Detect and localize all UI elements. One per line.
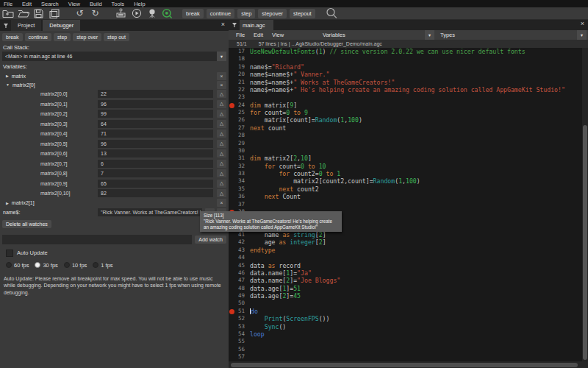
open-project-icon[interactable] xyxy=(15,8,31,19)
code-area[interactable]: 17UseNewDefaultFonts(1) // since version… xyxy=(229,48,588,361)
watch-triangle-icon[interactable]: △ xyxy=(217,180,226,188)
gutter[interactable]: 57 xyxy=(229,353,246,361)
gutter[interactable]: 21 xyxy=(229,79,246,86)
fps-option-1-fps[interactable]: 1 fps xyxy=(93,262,112,269)
code-line[interactable]: 48data.age[1]=51 xyxy=(229,285,588,292)
gutter[interactable]: 43 xyxy=(229,247,246,254)
gutter[interactable]: 28 xyxy=(229,132,246,139)
gutter[interactable]: 19 xyxy=(229,63,246,71)
horizontal-scrollbar-thumb[interactable] xyxy=(231,363,578,367)
gutter[interactable]: 30 xyxy=(229,147,246,155)
gutter[interactable]: 44 xyxy=(229,254,246,261)
radio-selected-icon[interactable] xyxy=(35,262,40,268)
gutter[interactable]: 29 xyxy=(229,140,246,147)
code-line[interactable]: 28 xyxy=(229,132,588,139)
code-line[interactable]: 51do xyxy=(229,308,588,315)
code-line[interactable]: 49data.age[2]=45 xyxy=(229,292,588,300)
auto-update-checkbox[interactable] xyxy=(6,250,13,257)
debug-button-step-over[interactable]: step over xyxy=(73,33,101,41)
close-icon[interactable]: × xyxy=(221,21,225,28)
debug-button-break[interactable]: break xyxy=(2,33,23,41)
chevron-down-icon[interactable]: ▼ xyxy=(217,52,226,61)
code-line[interactable]: 31dim matrix2[2,10] xyxy=(229,155,588,162)
toolbar-button-continue[interactable]: continue xyxy=(207,9,234,18)
variable-value-field[interactable]: 64 xyxy=(98,120,213,128)
code-line[interactable]: 33 for count2=0 to 1 xyxy=(229,170,588,177)
code-line[interactable]: 20name$=name$+" Vanner." xyxy=(229,71,588,78)
breakpoint-icon[interactable] xyxy=(229,309,234,314)
gutter[interactable]: 20 xyxy=(229,71,246,78)
code-line[interactable]: 52 Print(ScreenFPS()) xyxy=(229,315,588,322)
menu-search[interactable]: Search xyxy=(41,1,59,7)
breakpoint-icon[interactable] xyxy=(229,103,234,108)
gutter[interactable]: 42 xyxy=(229,238,246,246)
panel-menu-icon[interactable] xyxy=(231,22,238,28)
run-icon[interactable] xyxy=(129,8,144,19)
gutter[interactable]: 23 xyxy=(229,93,246,101)
debug-button-step[interactable]: step xyxy=(54,33,71,41)
chevron-right-icon[interactable]: ▶ xyxy=(6,201,9,205)
gutter[interactable]: 33 xyxy=(229,170,246,177)
save-all-icon[interactable] xyxy=(46,8,62,19)
code-line[interactable]: 21name$=name$+" Works at TheGameCreators… xyxy=(229,79,588,86)
gutter[interactable]: 36 xyxy=(229,193,246,200)
watch-triangle-icon[interactable]: △ xyxy=(217,90,226,98)
code-line[interactable]: 34 matrix2[count2,count]=Random(1,100) xyxy=(229,177,588,185)
gutter[interactable]: 31 xyxy=(229,155,246,162)
code-line[interactable]: 18 xyxy=(229,55,588,63)
variable-group-row[interactable]: ▶matrix× xyxy=(0,71,229,80)
code-line[interactable]: 55 xyxy=(229,338,588,345)
add-watch-button[interactable]: Add watch xyxy=(195,236,226,244)
variable-value-field[interactable]: 82 xyxy=(98,189,213,197)
variable-group-row[interactable]: ▼matrix2[0]× xyxy=(0,80,229,89)
watch-triangle-icon[interactable]: △ xyxy=(217,140,226,148)
watch-triangle-icon[interactable]: △ xyxy=(217,110,226,118)
panel-menu-icon[interactable] xyxy=(2,23,10,29)
gutter[interactable]: 50 xyxy=(229,300,246,307)
fps-option-30-fps[interactable]: 30 fps xyxy=(35,262,57,269)
tab-main-agc[interactable]: main.agc xyxy=(240,20,273,30)
variable-value-field[interactable]: 6 xyxy=(98,160,213,168)
gutter[interactable]: 37 xyxy=(229,201,246,208)
radio-icon[interactable] xyxy=(6,262,12,268)
variable-value-field[interactable]: 13 xyxy=(98,149,213,158)
code-line[interactable]: 32 for count=0 to 10 xyxy=(229,163,588,170)
code-line[interactable]: 46data.name[1]="Ja" xyxy=(229,269,588,277)
menu-edit[interactable]: Edit xyxy=(22,1,32,7)
chevron-right-icon[interactable]: ▶ xyxy=(6,74,9,78)
gutter[interactable]: 52 xyxy=(229,315,246,322)
gutter[interactable]: 18 xyxy=(229,55,246,63)
gutter[interactable]: 54 xyxy=(229,330,246,338)
toolbar-button-stepout[interactable]: stepout xyxy=(290,9,315,18)
code-line[interactable]: 24dim matrix[9] xyxy=(229,102,588,109)
fps-option-10-fps[interactable]: 10 fps xyxy=(64,262,87,269)
watch-value-field[interactable]: "Rick Vanner. Works at TheGameCreators! … xyxy=(98,208,202,216)
gutter[interactable]: 32 xyxy=(229,163,246,170)
code-line[interactable]: 17UseNewDefaultFonts(1) // since version… xyxy=(229,48,588,55)
variable-value-field[interactable]: 22 xyxy=(98,90,213,98)
chevron-down-icon[interactable]: ▼ xyxy=(425,30,434,40)
code-line[interactable]: 37 xyxy=(229,201,588,208)
code-line[interactable]: 47data.name[2]="Joe Bloggs" xyxy=(229,277,588,284)
gutter[interactable]: 47 xyxy=(229,277,246,284)
code-line[interactable]: 41 name as string[2] xyxy=(229,231,588,238)
horizontal-scrollbar[interactable] xyxy=(229,361,588,368)
editor-menu-file[interactable]: File xyxy=(236,32,245,38)
gutter[interactable]: 41 xyxy=(229,231,246,238)
toolbar-button-step[interactable]: step xyxy=(237,9,255,18)
code-line[interactable]: 25for count=0 to 9 xyxy=(229,109,588,116)
gutter[interactable]: 35 xyxy=(229,185,246,193)
gutter[interactable]: 49 xyxy=(229,292,246,300)
radio-icon[interactable] xyxy=(64,262,70,268)
variable-group-row[interactable]: ▶matrix2[1]× xyxy=(0,199,229,208)
chevron-down-icon[interactable]: ▼ xyxy=(6,82,10,87)
toolbar-button-stepover[interactable]: stepover xyxy=(258,9,287,18)
gutter[interactable]: 53 xyxy=(229,323,246,330)
editor-menu-view[interactable]: View xyxy=(272,32,284,38)
broadcast-icon[interactable] xyxy=(144,8,159,19)
code-line[interactable]: 22name$=name$+" He's helping create an a… xyxy=(229,86,588,93)
code-line[interactable]: 26 matrix[count]=Random(1,100) xyxy=(229,116,588,124)
code-line[interactable]: 56 xyxy=(229,346,588,353)
remove-watch-icon[interactable]: × xyxy=(217,72,226,80)
undo-icon[interactable]: ↺ xyxy=(72,8,87,19)
